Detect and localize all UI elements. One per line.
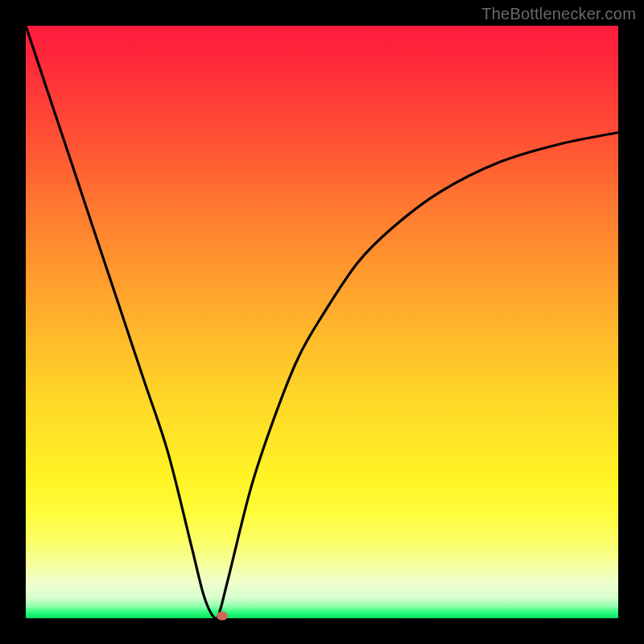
- watermark-text: TheBottlenecker.com: [481, 5, 636, 23]
- plot-area: [26, 26, 618, 618]
- chart-frame: TheBottlenecker.com: [0, 0, 644, 644]
- bottleneck-curve: [26, 26, 618, 618]
- minimum-marker: [217, 612, 228, 621]
- curve-path: [26, 26, 618, 619]
